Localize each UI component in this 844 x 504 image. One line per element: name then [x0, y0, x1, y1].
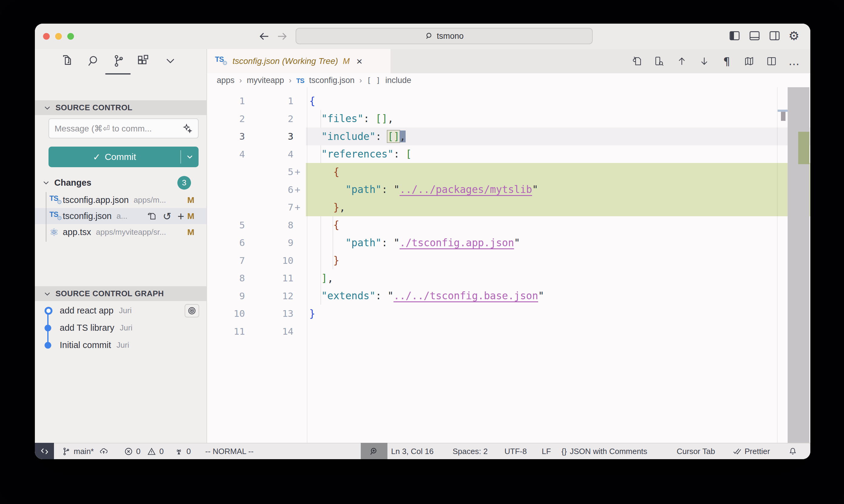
- sync-cloud-icon[interactable]: [99, 447, 108, 456]
- breadcrumb-segment[interactable]: apps: [217, 76, 235, 85]
- explorer-icon[interactable]: [61, 54, 74, 68]
- code-line[interactable]: 8 11 ],: [207, 269, 810, 287]
- source-control-view-icon[interactable]: [111, 54, 125, 68]
- commit-dropdown-button[interactable]: [181, 152, 199, 161]
- collapse-chevron-icon: [44, 104, 51, 112]
- changed-file-row[interactable]: TS⚙ tsconfig.app.json apps/m... ↺ + M: [35, 192, 206, 208]
- breadcrumb-segment[interactable]: myviteapp: [247, 76, 284, 85]
- code-line[interactable]: 5 + {: [207, 163, 810, 181]
- zoom-status-item[interactable]: [361, 443, 387, 459]
- code-token: ,: [400, 130, 406, 142]
- next-change-icon[interactable]: [699, 56, 710, 67]
- diff-added-marker: +: [293, 166, 306, 177]
- code-token: : ": [381, 237, 400, 249]
- commit-message-input[interactable]: Message (⌘⏎ to comm...: [49, 119, 199, 139]
- code-text: "include": [],: [306, 127, 810, 145]
- commit-row[interactable]: add react app Juri: [35, 302, 206, 319]
- diff-editor-content[interactable]: 1 1 { 2 2 "files": [],: [207, 87, 810, 443]
- more-views-chevron-icon[interactable]: [163, 54, 177, 68]
- code-line[interactable]: 7 + },: [207, 198, 810, 216]
- problems-status-item[interactable]: 0 0: [124, 447, 164, 456]
- navigate-back-icon[interactable]: [258, 30, 271, 43]
- code-token: }: [333, 201, 339, 213]
- open-file-icon[interactable]: [147, 211, 157, 221]
- breadcrumb-segment[interactable]: tsconfig.json: [309, 76, 355, 85]
- code-line[interactable]: 9 12 "extends": "../../tsconfig.base.jso…: [207, 287, 810, 305]
- code-line[interactable]: 6 + "path": "../../packages/mytslib": [207, 181, 810, 199]
- app-window: tsmono ⚙: [35, 24, 810, 459]
- commit-row[interactable]: add TS library Juri: [35, 319, 206, 337]
- breadcrumb-segment[interactable]: include: [385, 76, 411, 85]
- code-text: "path": "../../packages/mytslib": [306, 181, 810, 199]
- code-line[interactable]: 3 3 "include": [],: [207, 127, 810, 145]
- file-type-icon: TS⚙: [49, 210, 63, 222]
- stage-changes-icon[interactable]: +: [177, 211, 184, 221]
- navigate-forward-icon[interactable]: [276, 30, 289, 43]
- graph-section-title: SOURCE CONTROL GRAPH: [55, 289, 164, 298]
- code-token: [309, 130, 321, 142]
- remote-indicator[interactable]: [35, 443, 54, 459]
- checkout-target-icon[interactable]: [185, 304, 199, 318]
- code-line[interactable]: 2 2 "files": [],: [207, 110, 810, 128]
- tab-close-icon[interactable]: ×: [357, 57, 363, 66]
- code-text: {: [306, 92, 810, 110]
- settings-gear-icon[interactable]: ⚙: [789, 30, 800, 42]
- formatter-status[interactable]: Prettier: [733, 447, 770, 456]
- close-window-button[interactable]: [43, 33, 50, 40]
- previous-change-icon[interactable]: [676, 56, 687, 67]
- commit-row[interactable]: Initial commit Juri: [35, 337, 206, 354]
- cursor-position-status[interactable]: Ln 3, Col 16: [391, 447, 433, 456]
- command-center-search[interactable]: tsmono: [296, 28, 593, 44]
- vim-mode-indicator: -- NORMAL --: [205, 447, 254, 456]
- branch-status-item[interactable]: main*: [62, 447, 108, 456]
- generate-commit-message-icon[interactable]: [182, 123, 192, 133]
- inline-view-toggle-icon[interactable]: [654, 56, 665, 67]
- indentation-status[interactable]: Spaces: 2: [453, 447, 488, 456]
- search-view-icon[interactable]: [86, 54, 100, 68]
- ports-status-item[interactable]: 0: [174, 447, 191, 456]
- changed-files-list: TS⚙ tsconfig.app.json apps/m... ↺ + M: [35, 192, 206, 240]
- encoding-status[interactable]: UTF-8: [504, 447, 527, 456]
- map-icon[interactable]: [744, 56, 755, 67]
- editor-tab[interactable]: TS⚙ tsconfig.json (Working Tree) M ×: [207, 49, 391, 73]
- original-line-number: 5: [207, 220, 245, 231]
- code-line[interactable]: 6 9 "path": "./tsconfig.app.json": [207, 234, 810, 252]
- code-token: ": [514, 237, 520, 249]
- code-line[interactable]: 7 10 }: [207, 252, 810, 270]
- maximize-window-button[interactable]: [67, 33, 74, 40]
- discard-changes-icon[interactable]: ↺: [163, 211, 172, 221]
- changed-file-row[interactable]: ⚛ app.tsx apps/myviteapp/sr... ↺ + M: [35, 224, 206, 240]
- commit-author: Juri: [120, 323, 133, 332]
- code-token: [309, 166, 333, 178]
- original-line-number: 4: [207, 149, 245, 160]
- more-actions-icon[interactable]: …: [789, 56, 799, 67]
- cursor-tab-status[interactable]: Cursor Tab: [677, 447, 715, 456]
- code-line[interactable]: 10 13 }: [207, 305, 810, 323]
- file-name: tsconfig.json: [63, 211, 111, 221]
- code-line[interactable]: 5 8 {: [207, 216, 810, 234]
- extensions-view-icon[interactable]: [136, 54, 150, 68]
- toggle-primary-sidebar-icon[interactable]: [728, 30, 741, 42]
- toggle-secondary-sidebar-icon[interactable]: [769, 30, 781, 42]
- language-mode-status[interactable]: {} JSON with Comments: [562, 447, 647, 456]
- code-line[interactable]: 4 4 "references": [: [207, 145, 810, 163]
- split-editor-icon[interactable]: [766, 56, 777, 67]
- changes-label: Changes: [54, 178, 91, 188]
- changed-file-row[interactable]: TS⚙ tsconfig.json a... ↺ + M: [35, 208, 206, 224]
- modified-line-number: 4: [245, 149, 293, 160]
- open-changes-icon[interactable]: [632, 56, 642, 67]
- code-token: "files": [321, 113, 363, 125]
- code-line[interactable]: 1 1 {: [207, 92, 810, 110]
- whitespace-toggle-icon[interactable]: ¶: [721, 56, 732, 67]
- breadcrumb-segment-icon: [367, 76, 380, 85]
- commit-button[interactable]: ✓ Commit: [49, 147, 199, 167]
- code-token: [309, 201, 333, 213]
- source-control-graph-header[interactable]: SOURCE CONTROL GRAPH: [35, 286, 206, 301]
- commit-author: Juri: [119, 306, 132, 315]
- toggle-panel-icon[interactable]: [748, 30, 761, 42]
- minimize-window-button[interactable]: [55, 33, 62, 40]
- code-line[interactable]: 11 14: [207, 323, 810, 340]
- eol-status[interactable]: LF: [542, 447, 551, 456]
- source-control-section-header[interactable]: SOURCE CONTROL: [35, 100, 206, 115]
- notifications-bell-icon[interactable]: [788, 447, 797, 456]
